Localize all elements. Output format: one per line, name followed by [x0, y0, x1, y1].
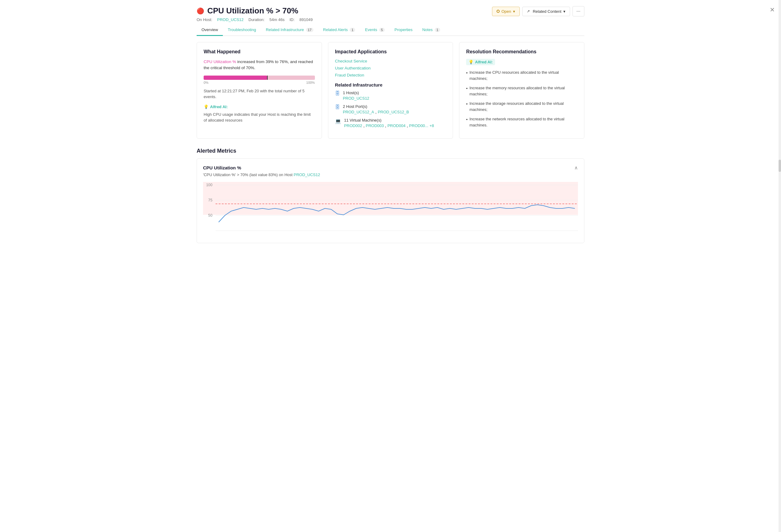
infra-host-port-details: 2 Host Port(s) PROD_UCS12_A , PROD_UCS12…	[343, 104, 409, 114]
close-button[interactable]: ✕	[770, 6, 775, 13]
open-button[interactable]: Open ▾	[492, 7, 520, 16]
alert-icon: 🔴	[197, 7, 204, 15]
header-left: 🔴 CPU Utilization % > 70% On Host: PROD_…	[197, 6, 313, 22]
cpu-highlight: CPU Utilization %	[204, 59, 236, 64]
meta-row: On Host: PROD_UCS12 Duration: 54m 46s ID…	[197, 17, 313, 22]
related-content-chevron-icon: ▾	[563, 9, 566, 14]
open-status-dot	[497, 10, 500, 13]
duration-label: Duration:	[248, 17, 264, 22]
host-port-icon: 🗄	[335, 104, 340, 110]
infra-host-port-link-a[interactable]: PROD_UCS12_A	[343, 110, 374, 114]
progress-labels: 0% 100%	[204, 81, 315, 84]
resolution-title: Resolution Recommendations	[466, 49, 577, 54]
host-link[interactable]: PROD_UCS12	[217, 17, 244, 22]
started-text: Started at 12:21:27 PM, Feb 20 with the …	[204, 88, 315, 100]
related-infra-badge: 17	[306, 28, 314, 32]
metric-host-link[interactable]: PROD_UCS12	[294, 172, 320, 177]
svg-text:50: 50	[208, 213, 212, 218]
infra-vm-link-2[interactable]: PROD003	[366, 123, 384, 128]
infra-hosts: 🗄 1 Host(s) PROD_UCS12	[335, 90, 446, 100]
app-link-checkout[interactable]: Checkout Service	[335, 59, 446, 63]
metric-subtitle: 'CPU Utilization %' > 70% (last value 83…	[203, 172, 578, 177]
infra-host-details: 1 Host(s) PROD_UCS12	[343, 90, 369, 100]
scrollbar-thumb[interactable]	[779, 160, 781, 172]
resolution-list: Increase the CPU resources allocated to …	[466, 70, 577, 128]
progress-bar-bg	[204, 76, 315, 80]
tab-events[interactable]: Events 5	[360, 25, 389, 36]
tab-properties[interactable]: Properties	[389, 25, 417, 36]
page-title: CPU Utilization % > 70%	[207, 6, 298, 15]
infra-vm-link-4[interactable]: PROD00...	[409, 123, 428, 128]
alerted-metrics-title: Alerted Metrics	[197, 148, 584, 154]
tabs-nav: Overview Troubleshooting Related Infrast…	[197, 25, 584, 36]
tab-troubleshooting[interactable]: Troubleshooting	[223, 25, 261, 36]
external-link-icon: ↗	[527, 9, 530, 13]
resolution-item-3: Increase the storage resources allocated…	[466, 100, 577, 113]
open-label: Open	[501, 9, 511, 14]
progress-bar-container: 0% 100%	[204, 76, 315, 84]
notes-badge: 1	[435, 28, 440, 32]
tab-notes[interactable]: Notes 1	[417, 25, 445, 36]
header-actions: Open ▾ ↗ Related Content ▾ ···	[492, 6, 584, 16]
cpu-chart: 100 75 50	[203, 182, 578, 237]
svg-rect-0	[203, 182, 578, 215]
infra-host-port-label: 2 Host Port(s)	[343, 104, 409, 109]
progress-label-right: 100%	[306, 81, 315, 84]
resolution-card: Resolution Recommendations 💡 Alfred AI: …	[459, 42, 584, 139]
metric-subtitle-text: 'CPU Utilization %' > 70% (last value 83…	[203, 172, 294, 177]
what-happened-card: What Happened CPU Utilization % increase…	[197, 42, 322, 139]
more-options-button[interactable]: ···	[573, 6, 584, 16]
alerted-metrics-section: Alerted Metrics CPU Utilization % ∧ 'CPU…	[197, 148, 584, 243]
tab-related-infrastructure[interactable]: Related Infrastructure 17	[261, 25, 318, 36]
infra-host-port-links: PROD_UCS12_A , PROD_UCS12_B	[343, 109, 409, 114]
host-icon: 🗄	[335, 91, 340, 96]
infra-vm-more-badge[interactable]: +8	[429, 123, 434, 128]
alfred-badge-what-happened: 💡 Alfred AI:	[204, 104, 228, 109]
collapse-icon[interactable]: ∧	[574, 165, 578, 171]
infra-vms: 💻 11 Virtual Machine(s) PROD002, PROD003…	[335, 118, 446, 128]
infra-link-separator: ,	[375, 109, 376, 114]
infra-host-ports: 🗄 2 Host Port(s) PROD_UCS12_A , PROD_UCS…	[335, 104, 446, 114]
cards-row: What Happened CPU Utilization % increase…	[197, 42, 584, 139]
metric-header: CPU Utilization % ∧	[203, 165, 578, 171]
metric-card: CPU Utilization % ∧ 'CPU Utilization %' …	[197, 159, 584, 243]
resolution-item-2: Increase the memory resources allocated …	[466, 85, 577, 97]
scrollbar[interactable]	[779, 0, 781, 249]
infra-host-label: 1 Host(s)	[343, 90, 369, 95]
vm-icon: 💻	[335, 118, 341, 124]
tab-overview[interactable]: Overview	[197, 25, 223, 36]
on-host-label: On Host:	[197, 17, 212, 22]
related-infra-card-title: Related Infrastructure	[335, 82, 446, 87]
alfred-icon-resolution: 💡	[468, 60, 474, 64]
open-chevron-icon: ▾	[513, 9, 515, 14]
infra-vm-links: PROD002, PROD003, PROD004, PROD00... +8	[344, 123, 434, 128]
page-header: 🔴 CPU Utilization % > 70% On Host: PROD_…	[197, 6, 584, 22]
resolution-item-4: Increase the network resources allocated…	[466, 116, 577, 128]
metric-card-title: CPU Utilization %	[203, 165, 241, 170]
infra-host-link[interactable]: PROD_UCS12	[343, 96, 369, 100]
infra-vm-link-3[interactable]: PROD004	[387, 123, 405, 128]
alfred-label-resolution: Alfred AI:	[475, 60, 493, 64]
svg-text:75: 75	[208, 198, 212, 202]
alfred-description: High CPU usage indicates that your Host …	[204, 112, 315, 123]
progress-label-left: 0%	[204, 81, 208, 84]
app-link-user-auth[interactable]: User Authentication	[335, 66, 446, 71]
more-icon: ···	[576, 8, 580, 14]
infra-host-port-link-b[interactable]: PROD_UCS12_B	[378, 110, 409, 114]
resolution-item-1: Increase the CPU resources allocated to …	[466, 70, 577, 81]
svg-text:100: 100	[206, 183, 212, 187]
related-content-button[interactable]: ↗ Related Content ▾	[522, 7, 570, 16]
related-content-label: Related Content	[533, 9, 562, 14]
app-link-fraud[interactable]: Fraud Detection	[335, 73, 446, 77]
title-row: 🔴 CPU Utilization % > 70%	[197, 6, 313, 15]
id-value: 891049	[299, 17, 313, 22]
resolution-alfred-badge: 💡 Alfred AI:	[466, 59, 495, 65]
alfred-icon-what-happened: 💡	[204, 104, 208, 109]
events-badge: 5	[379, 28, 385, 32]
impacted-apps-title: Impacted Applications	[335, 49, 446, 54]
progress-bar-fill	[204, 76, 267, 80]
duration-value: 54m 46s	[270, 17, 285, 22]
impacted-apps-card: Impacted Applications Checkout Service U…	[328, 42, 453, 139]
infra-vm-link-1[interactable]: PROD002	[344, 123, 362, 128]
tab-related-alerts[interactable]: Related Alerts 1	[318, 25, 360, 36]
